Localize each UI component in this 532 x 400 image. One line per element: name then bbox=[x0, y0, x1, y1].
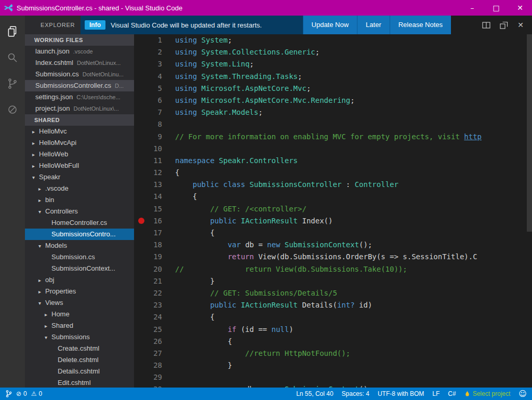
chevron-right-icon[interactable]: ▸ bbox=[38, 183, 45, 194]
line-number[interactable]: 29 bbox=[134, 371, 162, 383]
tree-item[interactable]: ▾Speakr bbox=[25, 171, 134, 183]
code-line[interactable]: 11namespace Speakr.Controllers bbox=[134, 155, 532, 167]
chevron-down-icon[interactable]: ▾ bbox=[45, 332, 51, 343]
tree-item[interactable]: ▸obj bbox=[25, 274, 134, 286]
code-line[interactable]: 22 // GET: Submissions/Details/5 bbox=[134, 287, 532, 299]
tree-item[interactable]: ▾Models bbox=[25, 240, 134, 251]
editor-scrollbar[interactable] bbox=[527, 34, 532, 232]
close-button[interactable]: ✕ bbox=[508, 0, 532, 16]
line-number[interactable]: 24 bbox=[134, 311, 162, 323]
code-line[interactable]: 26 { bbox=[134, 336, 532, 348]
explorer-icon[interactable] bbox=[0, 19, 25, 45]
notification-action-release-notes[interactable]: Release Notes bbox=[390, 16, 451, 34]
code-line[interactable]: 27 //return HttpNotFound(); bbox=[134, 348, 532, 359]
code-line[interactable]: 23 public IActionResult Details(int? id) bbox=[134, 299, 532, 311]
working-file-item[interactable]: Index.cshtmlDotNetOnLinux... bbox=[25, 57, 134, 69]
notification-action-later[interactable]: Later bbox=[357, 16, 390, 34]
code-line[interactable]: 15 // GET: /<controller>/ bbox=[134, 203, 532, 215]
line-number[interactable]: 6 bbox=[134, 95, 162, 106]
line-number[interactable]: 7 bbox=[134, 106, 162, 118]
chevron-down-icon[interactable]: ▾ bbox=[38, 206, 45, 217]
notification-action-update-now[interactable]: Update Now bbox=[303, 16, 357, 34]
working-file-item[interactable]: SubmissionsController.csD... bbox=[25, 80, 134, 91]
tree-item[interactable]: ▸HelloWeb bbox=[25, 149, 134, 160]
chevron-right-icon[interactable]: ▸ bbox=[32, 161, 39, 171]
line-number[interactable]: 14 bbox=[134, 191, 162, 203]
working-files-header[interactable]: WORKING FILES bbox=[25, 34, 134, 46]
tree-item[interactable]: ▸HelloWebFull bbox=[25, 160, 134, 171]
minimize-button[interactable]: – bbox=[460, 0, 484, 16]
maximize-button[interactable]: □ bbox=[484, 0, 508, 16]
tree-item[interactable]: ▾Controllers bbox=[25, 206, 134, 217]
tree-item[interactable]: ▸Shared bbox=[25, 320, 134, 331]
error-indicator[interactable]: ⊘ 0 bbox=[16, 390, 27, 397]
line-number[interactable]: 18 bbox=[134, 239, 162, 251]
working-file-item[interactable]: launch.json.vscode bbox=[25, 46, 134, 57]
line-number[interactable]: 25 bbox=[134, 324, 162, 336]
eol-setting[interactable]: LF bbox=[432, 390, 440, 397]
language-mode[interactable]: C# bbox=[448, 390, 456, 397]
tree-item[interactable]: Edit.cshtml bbox=[25, 377, 134, 388]
tree-item[interactable]: SubmissionContext... bbox=[25, 263, 134, 274]
code-line[interactable]: 18 var db = new SubmissionContext(); bbox=[134, 239, 532, 251]
code-line[interactable]: 20// return View(db.Submissions.Take(10)… bbox=[134, 263, 532, 275]
line-number[interactable]: 4 bbox=[134, 71, 162, 83]
breakpoint-icon[interactable] bbox=[138, 218, 144, 224]
indentation-setting[interactable]: Spaces: 4 bbox=[342, 390, 369, 397]
line-number[interactable]: 22 bbox=[134, 287, 162, 299]
working-file-item[interactable]: project.jsonDotNetOnLinux\... bbox=[25, 103, 134, 114]
line-number[interactable]: 16 bbox=[134, 215, 162, 227]
line-number[interactable]: 17 bbox=[134, 227, 162, 239]
chevron-right-icon[interactable]: ▸ bbox=[38, 275, 45, 286]
tree-item[interactable]: Delete.cshtml bbox=[25, 354, 134, 366]
tree-item[interactable]: Submission.cs bbox=[25, 251, 134, 263]
split-editor-icon[interactable] bbox=[482, 21, 490, 29]
line-number[interactable]: 10 bbox=[134, 143, 162, 155]
chevron-right-icon[interactable]: ▸ bbox=[32, 138, 39, 149]
line-number[interactable]: 2 bbox=[134, 46, 162, 58]
code-line[interactable]: 21 } bbox=[134, 275, 532, 287]
code-line[interactable]: 29 bbox=[134, 371, 532, 383]
line-number[interactable]: 26 bbox=[134, 336, 162, 348]
tree-item[interactable]: Create.cshtml bbox=[25, 343, 134, 354]
tree-item[interactable]: ▸Properties bbox=[25, 286, 134, 297]
encoding-setting[interactable]: UTF-8 with BOM bbox=[378, 390, 424, 397]
working-file-item[interactable]: settings.jsonC:\Users\dsche... bbox=[25, 91, 134, 103]
line-number[interactable]: 23 bbox=[134, 299, 162, 311]
code-line[interactable]: 17 { bbox=[134, 227, 532, 239]
code-line[interactable]: 28 } bbox=[134, 359, 532, 371]
tree-item[interactable]: ▾Views bbox=[25, 297, 134, 309]
cursor-position[interactable]: Ln 55, Col 40 bbox=[296, 390, 333, 397]
code-line[interactable]: 14 { bbox=[134, 191, 532, 203]
chevron-right-icon[interactable]: ▸ bbox=[38, 286, 45, 297]
line-number[interactable]: 11 bbox=[134, 155, 162, 167]
line-number[interactable]: 19 bbox=[134, 251, 162, 263]
line-number[interactable]: 12 bbox=[134, 167, 162, 179]
omnisharp-project-selector[interactable]: Select project bbox=[464, 390, 511, 397]
search-icon[interactable] bbox=[0, 45, 25, 71]
warning-indicator[interactable]: ⚠ 0 bbox=[31, 390, 42, 397]
code-line[interactable]: 16 public IActionResult Index() bbox=[134, 215, 532, 227]
chevron-down-icon[interactable]: ▾ bbox=[38, 298, 45, 309]
debug-icon[interactable] bbox=[0, 97, 25, 123]
chevron-down-icon[interactable]: ▾ bbox=[38, 241, 45, 251]
chevron-right-icon[interactable]: ▸ bbox=[38, 195, 45, 206]
code-line[interactable]: 4using System.Threading.Tasks; bbox=[134, 71, 532, 83]
git-branch-icon[interactable] bbox=[5, 390, 12, 398]
code-line[interactable]: 8 bbox=[134, 118, 532, 130]
chevron-down-icon[interactable]: ▾ bbox=[32, 172, 39, 183]
working-file-item[interactable]: Submission.csDotNetOnLinu... bbox=[25, 69, 134, 80]
line-number[interactable]: 21 bbox=[134, 275, 162, 287]
line-number[interactable]: 8 bbox=[134, 118, 162, 130]
chevron-right-icon[interactable]: ▸ bbox=[45, 321, 51, 331]
code-line[interactable]: 6using Microsoft.AspNetCore.Mvc.Renderin… bbox=[134, 95, 532, 106]
code-line[interactable]: 25 if (id == null) bbox=[134, 324, 532, 336]
line-number[interactable]: 30 bbox=[134, 383, 162, 388]
line-number[interactable]: 9 bbox=[134, 131, 162, 143]
code-line[interactable]: 19 return View(db.Submissions.OrderBy(s … bbox=[134, 251, 532, 263]
line-number[interactable]: 3 bbox=[134, 58, 162, 70]
code-line[interactable]: 3using System.Linq; bbox=[134, 58, 532, 70]
chevron-right-icon[interactable]: ▸ bbox=[32, 126, 39, 137]
tree-item[interactable]: ▸HelloMvcApi bbox=[25, 137, 134, 149]
code-line[interactable]: 30 var db = new SubmissionContext(); bbox=[134, 383, 532, 388]
